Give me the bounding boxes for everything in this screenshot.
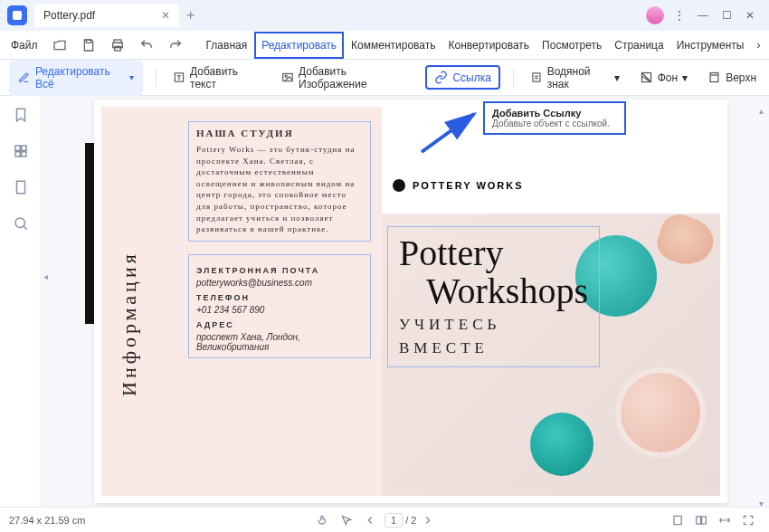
header-footer-label: Верхн bbox=[726, 71, 756, 84]
user-avatar[interactable] bbox=[646, 6, 664, 24]
edit-all-button[interactable]: Редактировать Всё ▾ bbox=[9, 60, 143, 96]
add-text-button[interactable]: Добавить текст bbox=[169, 62, 265, 94]
svg-rect-21 bbox=[697, 516, 701, 523]
phone-value: +01 234 567 890 bbox=[196, 305, 363, 315]
ruler-left-icon[interactable]: ◂ bbox=[43, 271, 48, 281]
background-button[interactable]: Фон ▾ bbox=[636, 67, 691, 88]
link-button[interactable]: Ссылка bbox=[425, 65, 499, 90]
chevron-down-icon: ▾ bbox=[129, 72, 134, 82]
tab-page[interactable]: Страница bbox=[609, 33, 669, 57]
watermark-label: Водяной знак bbox=[547, 65, 610, 90]
annotation-arrow bbox=[418, 109, 481, 156]
attachments-panel-icon[interactable] bbox=[13, 179, 29, 199]
menu-bar: Файл Главная Редактировать Комментироват… bbox=[0, 31, 769, 60]
address-value: проспект Хана, Лондон, Великобритания bbox=[196, 332, 363, 352]
pdf-page[interactable]: Информация НАША СТУДИЯ Pottery Works — э… bbox=[94, 100, 727, 503]
tooltip-body: Добавьте объект с ссылкой. bbox=[492, 119, 617, 128]
hero-bowl bbox=[615, 367, 706, 458]
hero-bowl bbox=[530, 413, 593, 476]
new-tab-button[interactable]: + bbox=[186, 7, 195, 24]
header-footer-button[interactable]: Верхн bbox=[704, 67, 760, 88]
tab-view[interactable]: Посмотреть bbox=[536, 33, 607, 57]
bookmark-panel-icon[interactable] bbox=[13, 107, 29, 127]
email-value: potteryworks@business.com bbox=[196, 278, 363, 288]
subhead-2: ВМЕСТЕ bbox=[399, 339, 588, 357]
svg-rect-12 bbox=[710, 73, 718, 82]
document-tab[interactable]: Pottery.pdf ✕ bbox=[34, 4, 179, 27]
add-image-button[interactable]: Добавить Изображение bbox=[278, 62, 413, 94]
svg-rect-14 bbox=[21, 146, 25, 150]
app-logo bbox=[7, 5, 27, 25]
edit-all-label: Редактировать Всё bbox=[35, 65, 124, 90]
address-heading: АДРЕС bbox=[196, 320, 363, 329]
hand-tool-icon[interactable] bbox=[311, 514, 335, 527]
close-window-button[interactable]: ✕ bbox=[738, 4, 762, 27]
subhead-1: УЧИТЕСЬ bbox=[399, 316, 588, 334]
email-heading: ЭЛЕКТРОННАЯ ПОЧТА bbox=[196, 266, 363, 275]
minimize-button[interactable]: — bbox=[691, 4, 715, 27]
tab-home[interactable]: Главная bbox=[201, 33, 253, 57]
select-tool-icon[interactable] bbox=[335, 514, 358, 527]
tabs-overflow-icon[interactable]: › bbox=[751, 33, 765, 57]
page-number-input[interactable]: 1 bbox=[384, 513, 403, 527]
brand-logo-icon bbox=[393, 179, 405, 192]
fit-width-icon[interactable] bbox=[713, 514, 736, 527]
two-page-icon[interactable] bbox=[689, 514, 713, 527]
page-right-column: POTTERY WORKS Pottery Workshops УЧИТЕСЬ … bbox=[382, 107, 720, 496]
undo-icon[interactable] bbox=[134, 34, 159, 56]
svg-line-19 bbox=[422, 114, 474, 152]
scroll-up-icon[interactable] bbox=[759, 101, 766, 109]
toolbar-divider bbox=[513, 69, 514, 87]
svg-rect-0 bbox=[86, 40, 90, 43]
watermark-button[interactable]: Водяной знак ▾ bbox=[527, 62, 623, 94]
menu-file[interactable]: Файл bbox=[5, 33, 43, 57]
studio-block[interactable]: НАША СТУДИЯ Pottery Works — это бутик-ст… bbox=[188, 121, 371, 242]
more-menu-icon[interactable]: ⋮ bbox=[668, 4, 691, 27]
svg-rect-13 bbox=[15, 146, 20, 150]
tab-tools[interactable]: Инструменты bbox=[671, 33, 750, 57]
tab-edit[interactable]: Редактировать bbox=[254, 32, 344, 59]
svg-rect-17 bbox=[16, 181, 24, 194]
phone-heading: ТЕЛЕФОН bbox=[196, 293, 363, 302]
headline-1: Pottery bbox=[399, 234, 588, 272]
next-page-icon[interactable] bbox=[416, 514, 440, 527]
hero-hand bbox=[652, 209, 719, 271]
tab-close-icon[interactable]: ✕ bbox=[161, 9, 170, 22]
brand-mark: POTTERY WORKS bbox=[393, 179, 524, 192]
tooltip-title: Добавить Ссылку bbox=[492, 108, 617, 119]
svg-rect-8 bbox=[283, 73, 292, 81]
open-icon[interactable] bbox=[47, 34, 72, 56]
headline-block[interactable]: Pottery Workshops УЧИТЕСЬ ВМЕСТЕ bbox=[387, 226, 600, 367]
svg-rect-20 bbox=[674, 516, 681, 524]
page-dimensions: 27.94 x 21.59 cm bbox=[9, 515, 85, 526]
tab-convert[interactable]: Конвертировать bbox=[443, 33, 536, 57]
link-tooltip: Добавить Ссылку Добавьте объект с ссылко… bbox=[483, 101, 626, 135]
print-icon[interactable] bbox=[105, 34, 130, 56]
thumbnails-panel-icon[interactable] bbox=[13, 143, 29, 163]
add-image-label: Добавить Изображение bbox=[299, 65, 409, 90]
contact-block[interactable]: ЭЛЕКТРОННАЯ ПОЧТА potteryworks@business.… bbox=[188, 254, 371, 358]
search-panel-icon[interactable] bbox=[13, 215, 29, 235]
tab-comment[interactable]: Комментировать bbox=[346, 33, 441, 57]
status-bar: 27.94 x 21.59 cm 1 / 2 bbox=[0, 507, 769, 532]
prev-page-icon[interactable] bbox=[358, 514, 382, 527]
left-sidebar bbox=[0, 96, 42, 507]
edit-toolbar: Редактировать Всё ▾ Добавить текст Добав… bbox=[0, 60, 769, 96]
ribbon-tabs: Главная Редактировать Комментировать Кон… bbox=[201, 32, 766, 59]
redo-icon[interactable] bbox=[163, 34, 188, 56]
maximize-button[interactable]: ☐ bbox=[715, 4, 738, 27]
studio-body: Pottery Works — это бутик-студия на прос… bbox=[196, 144, 363, 235]
headline-2: Workshops bbox=[426, 272, 588, 310]
add-text-label: Добавить текст bbox=[190, 65, 261, 90]
side-heading: Информация bbox=[118, 251, 141, 396]
fullscreen-icon[interactable] bbox=[736, 514, 760, 527]
tab-title: Pottery.pdf bbox=[43, 9, 95, 22]
scroll-down-icon[interactable] bbox=[759, 494, 766, 501]
document-viewport[interactable]: Информация НАША СТУДИЯ Pottery Works — э… bbox=[42, 96, 769, 507]
chevron-down-icon: ▾ bbox=[682, 71, 688, 84]
decorative-bar bbox=[85, 143, 94, 324]
save-icon[interactable] bbox=[76, 34, 101, 56]
page-layout-icon[interactable] bbox=[666, 514, 689, 527]
svg-rect-22 bbox=[702, 516, 707, 523]
link-label: Ссылка bbox=[452, 71, 490, 84]
